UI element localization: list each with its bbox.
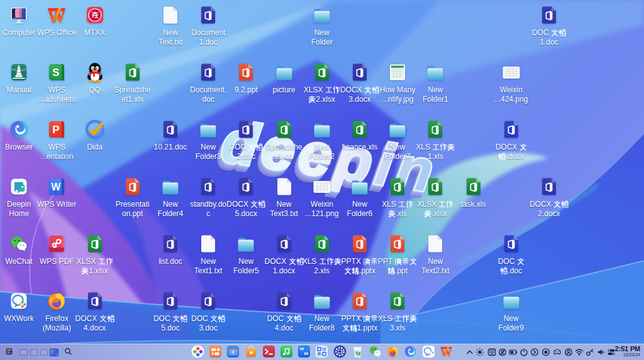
svg-text:”: ”: [304, 351, 309, 359]
